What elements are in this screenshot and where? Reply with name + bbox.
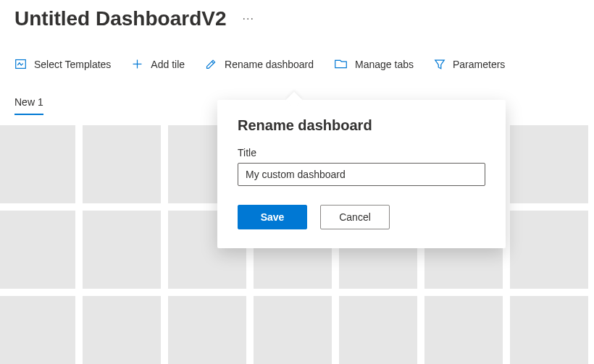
rename-dialog: Rename dashboard Title Save Cancel xyxy=(217,100,506,248)
add-tile-button[interactable]: Add tile xyxy=(131,55,185,73)
dialog-title: Rename dashboard xyxy=(238,117,485,134)
templates-icon xyxy=(14,58,27,70)
placeholder-tile[interactable] xyxy=(83,211,161,289)
svg-line-3 xyxy=(212,62,214,64)
select-templates-label: Select Templates xyxy=(34,59,111,70)
placeholder-tile[interactable] xyxy=(510,125,588,203)
tabs-icon xyxy=(334,58,348,70)
parameters-label: Parameters xyxy=(453,59,505,70)
cancel-button[interactable]: Cancel xyxy=(320,205,390,229)
rename-dashboard-label: Rename dashboard xyxy=(225,59,314,70)
more-icon[interactable]: ··· xyxy=(242,12,254,25)
placeholder-tile[interactable] xyxy=(339,296,417,364)
placeholder-tile[interactable] xyxy=(83,125,161,203)
pencil-icon xyxy=(205,58,217,70)
tab-new-1[interactable]: New 1 xyxy=(14,96,43,115)
add-tile-label: Add tile xyxy=(151,59,185,70)
plus-icon xyxy=(131,58,143,70)
title-field-label: Title xyxy=(238,147,485,158)
page-title: Untitled DashboardV2 xyxy=(14,7,226,30)
toolbar: Select Templates Add tile Rename dashboa… xyxy=(0,30,594,73)
placeholder-tile[interactable] xyxy=(0,211,75,289)
save-button[interactable]: Save xyxy=(238,205,307,229)
manage-tabs-button[interactable]: Manage tabs xyxy=(334,55,414,73)
placeholder-tile[interactable] xyxy=(168,296,246,364)
placeholder-tile[interactable] xyxy=(510,296,588,364)
placeholder-tile[interactable] xyxy=(510,211,588,289)
placeholder-tile[interactable] xyxy=(83,296,161,364)
placeholder-tile[interactable] xyxy=(424,296,503,364)
parameters-button[interactable]: Parameters xyxy=(434,55,505,73)
header: Untitled DashboardV2 ··· xyxy=(0,0,594,30)
rename-dashboard-button[interactable]: Rename dashboard xyxy=(205,55,314,73)
placeholder-tile[interactable] xyxy=(254,296,332,364)
placeholder-tile[interactable] xyxy=(0,296,75,364)
manage-tabs-label: Manage tabs xyxy=(355,59,414,70)
select-templates-button[interactable]: Select Templates xyxy=(14,55,111,73)
placeholder-tile[interactable] xyxy=(0,125,75,203)
title-input[interactable] xyxy=(238,163,485,186)
dialog-actions: Save Cancel xyxy=(238,205,485,229)
funnel-icon xyxy=(434,58,446,70)
